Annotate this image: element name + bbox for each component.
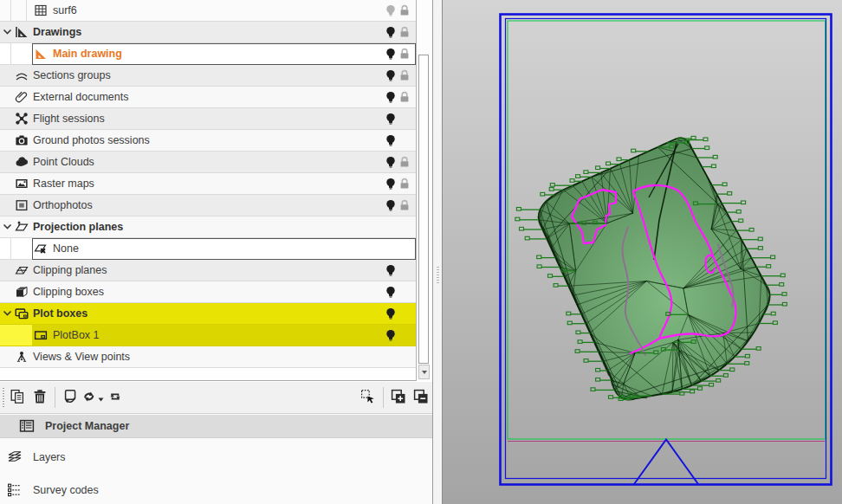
point-cloud-icon bbox=[15, 155, 29, 169]
trash-icon bbox=[32, 389, 48, 407]
expander-chevron-icon[interactable] bbox=[1, 25, 15, 39]
tree-row-projection-planes[interactable]: Projection planes bbox=[0, 216, 416, 238]
tree-item-label: Point Clouds bbox=[33, 152, 94, 172]
visibility-bulb-icon[interactable] bbox=[384, 90, 398, 104]
visibility-bulb-icon[interactable] bbox=[384, 155, 398, 169]
tree-item-label: Clipping boxes bbox=[33, 281, 104, 302]
visibility-bulb-icon[interactable] bbox=[384, 68, 398, 82]
visibility-bulb-icon[interactable] bbox=[384, 198, 398, 212]
main-drawing-icon bbox=[34, 47, 48, 61]
raster-icon bbox=[15, 177, 29, 191]
lock-icon[interactable] bbox=[398, 68, 411, 82]
tree-row-point-clouds[interactable]: Point Clouds bbox=[0, 152, 416, 173]
tree-row-drawings[interactable]: Drawings bbox=[0, 22, 416, 43]
visibility-bulb-icon[interactable] bbox=[384, 263, 398, 277]
lock-icon[interactable] bbox=[398, 90, 411, 104]
tree-row-plotbox-1[interactable]: PlotBox 1 bbox=[0, 325, 416, 346]
scrollbar-down-button[interactable] bbox=[418, 365, 430, 379]
collapse-all-icon bbox=[413, 389, 429, 407]
visibility-bulb-icon[interactable] bbox=[384, 307, 398, 320]
plot-boxes-icon bbox=[15, 307, 29, 320]
tree-item-label: Clipping planes bbox=[33, 260, 107, 281]
tree-row-projection-none[interactable]: None bbox=[0, 238, 416, 260]
visibility-bulb-icon[interactable] bbox=[384, 112, 398, 126]
tree-row-clipping-boxes[interactable]: Clipping boxes bbox=[0, 281, 416, 303]
expand-all-button[interactable] bbox=[387, 385, 410, 410]
tree-row-views-view-points[interactable]: Views & View points bbox=[0, 346, 416, 368]
project-tree: surf6DrawingsMain drawingSections groups… bbox=[0, 0, 416, 381]
pick-entity-button[interactable] bbox=[357, 385, 379, 410]
tree-item-label: Main drawing bbox=[53, 43, 122, 64]
tree-row-main-drawing[interactable]: Main drawing bbox=[0, 43, 416, 65]
projection-none-icon bbox=[34, 242, 48, 255]
visibility-bulb-icon[interactable] bbox=[384, 285, 398, 299]
tree-item-label: Projection planes bbox=[33, 216, 123, 237]
caret-down-icon bbox=[98, 391, 104, 404]
drone-icon bbox=[15, 112, 29, 126]
tree-item-label: Drawings bbox=[33, 22, 81, 42]
expander-chevron-icon[interactable] bbox=[1, 220, 15, 234]
delete-button[interactable] bbox=[29, 385, 51, 410]
expand-all-icon bbox=[391, 389, 406, 407]
visibility-bulb-icon[interactable] bbox=[384, 47, 398, 61]
3d-viewport[interactable] bbox=[442, 0, 842, 504]
panel-splitter[interactable] bbox=[432, 0, 442, 504]
project-manager-icon bbox=[19, 418, 35, 434]
tab-label: Project Manager bbox=[45, 420, 129, 432]
tree-row-ground-photos-sessions[interactable]: Ground photos sessions bbox=[0, 130, 416, 152]
tree-row-clipping-planes[interactable]: Clipping planes bbox=[0, 260, 416, 281]
tree-row-sections-groups[interactable]: Sections groups bbox=[0, 65, 416, 87]
indent-guide bbox=[10, 43, 11, 64]
lock-icon[interactable] bbox=[398, 155, 411, 169]
projection-plane-icon bbox=[15, 220, 29, 234]
indent-guide bbox=[10, 0, 11, 21]
visibility-bulb-icon[interactable] bbox=[384, 3, 398, 17]
terrain-mesh bbox=[515, 136, 787, 400]
tab-survey-codes[interactable]: Survey codes bbox=[0, 474, 439, 504]
update-drawing-button[interactable] bbox=[59, 385, 81, 410]
visibility-bulb-icon[interactable] bbox=[384, 25, 398, 39]
collapse-all-button[interactable] bbox=[410, 385, 432, 410]
expander-chevron-icon[interactable] bbox=[1, 307, 15, 320]
survey-codes-icon bbox=[7, 482, 23, 498]
paperclip-icon bbox=[15, 90, 29, 104]
scrollbar-thumb[interactable] bbox=[418, 55, 429, 364]
copy-button[interactable] bbox=[6, 385, 29, 410]
send-receive-button[interactable] bbox=[81, 385, 104, 410]
tree-toolbar bbox=[0, 382, 432, 413]
clipping-plane-icon bbox=[15, 263, 29, 277]
visibility-bulb-icon[interactable] bbox=[384, 328, 398, 342]
tree-row-orthophotos[interactable]: Orthophotos bbox=[0, 195, 416, 216]
lock-icon[interactable] bbox=[398, 3, 411, 17]
sync-arrows-icon bbox=[81, 389, 97, 407]
visibility-bulb-icon[interactable] bbox=[384, 133, 398, 147]
tab-project-manager[interactable]: Project Manager bbox=[0, 415, 451, 438]
tree-item-label: None bbox=[53, 238, 79, 259]
tree-row-raster-maps[interactable]: Raster maps bbox=[0, 173, 416, 195]
tree-row-plot-boxes[interactable]: Plot boxes bbox=[0, 303, 416, 325]
tree-scrollbar[interactable] bbox=[416, 0, 431, 381]
lock-icon[interactable] bbox=[398, 25, 411, 39]
camera-icon bbox=[15, 133, 29, 147]
ortho-icon bbox=[15, 198, 29, 212]
project-manager-panel: surf6DrawingsMain drawingSections groups… bbox=[0, 0, 432, 504]
toolbar-separator bbox=[55, 387, 55, 408]
page-refresh-icon bbox=[62, 389, 78, 407]
toolbar-separator bbox=[383, 387, 384, 408]
lock-icon[interactable] bbox=[398, 177, 411, 191]
splitter-grip-icon bbox=[437, 267, 439, 284]
lock-icon[interactable] bbox=[398, 47, 411, 61]
drawings-icon bbox=[15, 25, 29, 39]
tab-layers[interactable]: Layers bbox=[0, 440, 439, 474]
grid-icon bbox=[34, 3, 48, 17]
copy-icon bbox=[10, 389, 25, 407]
tree-item-label: Sections groups bbox=[33, 65, 111, 86]
tree-item-label: Flight sessions bbox=[33, 108, 105, 129]
lock-icon[interactable] bbox=[398, 198, 411, 212]
tree-item-label: External documents bbox=[33, 87, 128, 107]
tree-row-external-documents[interactable]: External documents bbox=[0, 87, 416, 108]
tree-row-flight-sessions[interactable]: Flight sessions bbox=[0, 108, 416, 130]
tree-row-surf6[interactable]: surf6 bbox=[0, 0, 416, 22]
regenerate-button[interactable] bbox=[104, 385, 126, 410]
visibility-bulb-icon[interactable] bbox=[384, 177, 398, 191]
